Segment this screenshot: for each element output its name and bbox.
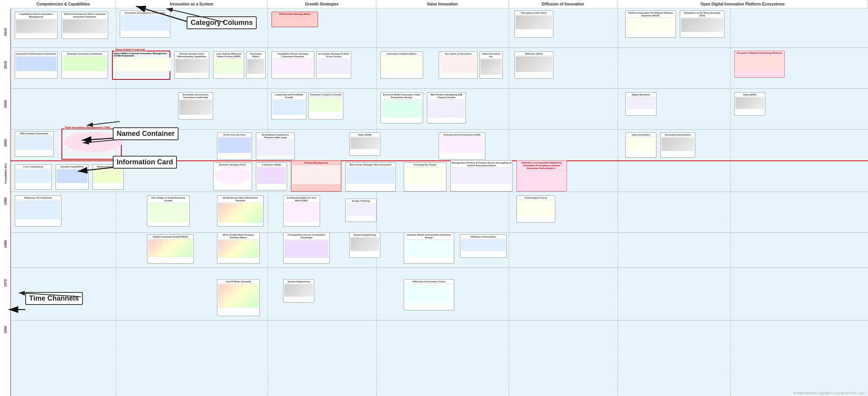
card-ansoff-matrix[interactable]: Ansoff Matrix (Growth) (217, 279, 260, 316)
card-holistic-systems[interactable]: Holistic Systems View Differentiating Ca… (174, 51, 209, 79)
card-mckinsey-7s[interactable]: McKinsey 7S Framework (15, 195, 61, 227)
card-diffusion-innovation-1970[interactable]: Diffusion of Innovation (460, 234, 507, 258)
card-lean-startup[interactable]: Lean Startup Minimum Viable Product (MVP… (213, 51, 244, 79)
time-axis: 2015 2010 2005 2000 Foundation Era 1990 … (0, 9, 11, 396)
card-system-engineering-1950[interactable]: System Engineering (283, 279, 314, 303)
card-global-corporate-growth-model[interactable]: Global Corporate Growth Model (147, 234, 194, 264)
time-2000: 2000 (4, 137, 7, 148)
time-row-2010 (11, 48, 868, 48)
time-1980: 1980 (4, 239, 7, 250)
card-disruption-home[interactable]: Disruption at the Home (514, 11, 553, 38)
card-profit-from-core[interactable]: Profit from the Core (217, 132, 252, 160)
card-dynamic-model-innovation[interactable]: Dynamic Model of Innovation Dominant Des… (404, 232, 454, 264)
annotation-information-card: Information Card (113, 156, 177, 169)
time-row-1990 (11, 192, 868, 192)
card-systems-engineering[interactable]: System Engineering (349, 232, 380, 258)
card-dnl-invention[interactable]: DNI Invention Framework (15, 131, 54, 157)
card-blue-ocean-strategy[interactable]: Blue Ocean Strategy Value Innovation (345, 162, 396, 192)
card-new-product-navigating[interactable]: New Product Navigating B2B Organic Growt… (427, 92, 466, 123)
card-decision-strategy-clock[interactable]: Decision Strategy Clock (213, 162, 252, 190)
card-developing-competence[interactable]: Developing Competence Thornton Adler-lar… (256, 132, 295, 160)
card-capabilities-driven-strategy[interactable]: Capabilities-Driven Strategy Coherence P… (271, 51, 314, 79)
card-capabilities-innovation-mgmt[interactable]: Capabilities-Driven Innovation Managemen… (15, 12, 58, 39)
card-fracas[interactable]: FRACAS Framework Solve Corporate Innovat… (61, 12, 108, 39)
time-row-2005 (11, 88, 868, 89)
card-value-2000[interactable]: Value (2000) (349, 132, 380, 156)
annotation-named-container: Named Container (113, 127, 178, 140)
card-value-innovation-inc[interactable]: Value Innovation Inc. (480, 51, 503, 79)
card-innovation-ecosystems-2000[interactable]: Innovation Ecosystems (660, 132, 695, 158)
card-five-stages-small-business[interactable]: Five Stages of Small Business Growth (147, 195, 190, 227)
time-row-1950 (11, 320, 868, 320)
col-div-2 (268, 9, 268, 396)
annotation-category-columns: Category Columns (187, 16, 257, 29)
col-header-diffusion: Diffusion of Innovation (509, 0, 618, 8)
time-row-1970 (11, 268, 868, 268)
card-diffusion-2010[interactable]: Diffusion (2010) (514, 51, 553, 79)
copyright: All Rights Reserved. Copyright © Louis B… (793, 392, 865, 394)
card-definition-competition[interactable]: Definition of Competition Distinctive In… (516, 160, 567, 192)
col-header-value: Value Innovation (376, 0, 509, 8)
card-innovators-method[interactable]: Innovator's Method Technology Platform (734, 51, 785, 78)
card-innovative-matrix[interactable]: Innovative Matrix (246, 51, 266, 79)
card-open-2005[interactable]: Open (2005) (734, 92, 765, 116)
header-row: Competencies & Capabilities Innovation a… (11, 0, 868, 9)
col-header-innovation: Innovation as a System (116, 0, 268, 8)
card-strategic-innovation[interactable]: Strategic Innovation Framework (61, 51, 108, 79)
card-outcome-driven-innovation[interactable]: Outcome-Driven Innovation (ODI) (439, 132, 485, 160)
svg-line-3 (87, 121, 120, 125)
card-adaptation-business-model[interactable]: Adaptation to the Norm (example 2015) (680, 11, 724, 38)
grid-area: Capabilities-Driven Innovation Managemen… (11, 9, 868, 396)
card-two-types-innovation[interactable]: Two Types of Innovation (439, 51, 478, 79)
card-innovation-performance[interactable]: Innovation Performance Framework (15, 51, 58, 79)
card-5-competitive-forces[interactable]: 5 Competitive Forces Competitive Advanta… (283, 232, 330, 264)
card-innovation-ecosystems[interactable]: Innovation Ecosystems & Processes (120, 11, 170, 38)
col-div-4 (509, 9, 509, 396)
card-crossing-chasm[interactable]: Crossing the Chasm (404, 162, 446, 192)
card-innovative-ambition-matrix[interactable]: Innovative Ambition Matrix (380, 51, 423, 79)
card-product-management[interactable]: Product Management (291, 160, 341, 192)
card-ge-mckinsey-9box[interactable]: GE McKinsey 9-Box Multi-factor Portfolio (217, 195, 264, 227)
card-business-model-generation[interactable]: Business Model Generation Value Proposit… (380, 92, 423, 123)
card-open-innovation[interactable]: Open Innovation (625, 132, 656, 158)
card-positioning-battle[interactable]: Positioning Battle for Your Mind (1981) (283, 195, 320, 227)
card-bcg-growth-share[interactable]: BCG Growth-Share Product Portfolio Matri… (217, 232, 260, 264)
card-itso-growth[interactable]: ITSO Growth Strategy Matrix (271, 12, 318, 27)
time-1950: 1950 (4, 324, 7, 335)
named-container-value-added[interactable]: Value-Added Corporate Value-Added Corpor… (112, 51, 170, 80)
col-header-open: Open Digital Innovation Platform Ecosyst… (618, 0, 868, 8)
main-container: Competencies & Capabilities Innovation a… (0, 0, 868, 396)
card-3-horizons-model[interactable]: 3 Horizons Model (256, 162, 287, 190)
card-dynamic-capabilities[interactable]: Dynamic Capabilities (56, 164, 89, 190)
col-div-5 (618, 9, 618, 396)
card-innovation-governance[interactable]: Innovation Governance Innovation Leaders… (178, 92, 213, 120)
annotation-time-channels: Time Channels (25, 292, 83, 305)
time-foundation: Foundation Era (4, 158, 7, 189)
col-div-3 (376, 9, 377, 396)
time-1970: 1970 (4, 278, 7, 289)
card-manage-new-product[interactable]: Manage New Product & Product-Driven Deco… (450, 160, 513, 192)
card-technology-s-curve[interactable]: Technology S-Curve (516, 195, 555, 223)
time-2015: 2015 (4, 26, 7, 37)
col-header-growth: Growth Strategies (268, 0, 376, 8)
card-platform-innovation-kit[interactable]: Platform Innovation Kit Aligned Platform… (625, 11, 676, 38)
card-leadership-profitable-growth[interactable]: Leadership and Profitable Growth (271, 92, 306, 120)
time-1990: 1990 (4, 196, 7, 207)
col-header-competencies: Competencies & Capabilities (11, 0, 116, 8)
card-design-thinking[interactable]: Design Thinking (345, 199, 376, 222)
time-2010: 2010 (4, 60, 7, 70)
card-diffusion-innovation-curve[interactable]: Diffusion of Innovation Curve (404, 279, 454, 310)
card-core-competency[interactable]: Core Competency (15, 164, 52, 190)
card-digital-business[interactable]: Digital Business (625, 92, 656, 116)
col-div-6 (730, 9, 731, 396)
card-innovation-strategy-profiles[interactable]: Innovation Strategy Profiles Fit for Gro… (316, 51, 351, 79)
card-innovators-guide-growth[interactable]: Innovator's Guide to Growth (308, 92, 343, 120)
time-2005: 2005 (4, 99, 7, 109)
